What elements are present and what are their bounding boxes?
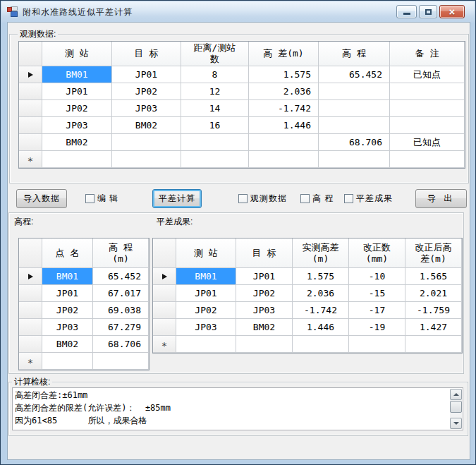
cell[interactable]: 1.575	[249, 66, 319, 83]
cell[interactable]: JP03	[176, 319, 236, 336]
cell[interactable]: JP02	[42, 302, 93, 319]
titlebar[interactable]: 附和水准路线近似平差计算 ×	[1, 1, 475, 23]
column-header[interactable]: 高 差(m)	[249, 42, 319, 66]
cell[interactable]: 68.706	[319, 134, 390, 151]
cell[interactable]: BM01	[42, 268, 93, 285]
cell[interactable]: BM02	[112, 117, 181, 134]
cell[interactable]: 65.452	[319, 66, 390, 83]
cell[interactable]: 69.038	[93, 302, 149, 319]
check-textbox[interactable]: 高差闭合差:±61mm 高差闭合差的限差(允许误差)： ±85mm 因为61<8…	[12, 387, 463, 430]
cell[interactable]: BM02	[42, 336, 93, 353]
row-header[interactable]	[153, 319, 176, 336]
cell[interactable]: 1.427	[405, 319, 462, 336]
cell[interactable]: 16	[181, 117, 249, 134]
cell[interactable]: 已知点	[390, 134, 465, 151]
cell[interactable]: 14	[181, 100, 249, 117]
cell[interactable]	[319, 117, 390, 134]
cell[interactable]	[112, 151, 181, 168]
column-header[interactable]: 高 程 (m)	[93, 238, 149, 268]
column-header[interactable]: 测 站	[42, 42, 112, 66]
row-header[interactable]	[19, 66, 42, 83]
column-header[interactable]: 改正后高 差(m)	[405, 238, 462, 268]
cell[interactable]	[293, 336, 349, 353]
elevation-checkbox-box[interactable]	[300, 194, 310, 203]
edit-checkbox[interactable]: 编 辑	[85, 193, 118, 204]
cell[interactable]: JP01	[112, 66, 181, 83]
cell[interactable]: 67.279	[93, 319, 149, 336]
cell[interactable]	[405, 336, 462, 353]
cell[interactable]	[319, 100, 390, 117]
table-corner[interactable]	[19, 238, 42, 268]
cell[interactable]: 68.706	[93, 336, 149, 353]
cell[interactable]	[181, 151, 249, 168]
edit-checkbox-box[interactable]	[85, 194, 94, 203]
table-corner[interactable]	[19, 42, 42, 66]
scroll-down-button[interactable]	[450, 418, 462, 429]
column-header[interactable]: 测 站	[176, 238, 236, 268]
cell[interactable]: JP02	[112, 83, 181, 100]
cell[interactable]	[93, 353, 149, 370]
cell[interactable]	[42, 353, 93, 370]
row-header[interactable]	[153, 268, 176, 285]
column-header[interactable]: 实测高差 (m)	[293, 238, 349, 268]
maximize-button[interactable]	[419, 5, 437, 18]
row-header[interactable]	[19, 285, 42, 302]
cell[interactable]: 2.036	[293, 285, 349, 302]
row-header[interactable]	[19, 117, 42, 134]
column-header[interactable]: 备 注	[390, 42, 465, 66]
cell[interactable]: -19	[349, 319, 405, 336]
elevation-checkbox[interactable]: 高 程	[300, 193, 334, 204]
scroll-up-button[interactable]	[450, 389, 462, 400]
row-header[interactable]	[19, 268, 42, 285]
cell[interactable]	[390, 100, 465, 117]
cell[interactable]	[390, 117, 465, 134]
cell[interactable]: 2.021	[405, 285, 462, 302]
row-header[interactable]	[19, 319, 42, 336]
cell[interactable]	[390, 83, 465, 100]
adjustment-result-checkbox[interactable]: 平差成果	[344, 193, 393, 204]
obs-data-checkbox[interactable]: 观测数据	[238, 193, 287, 204]
export-button[interactable]: 导 出	[415, 189, 467, 208]
cell[interactable]	[112, 134, 181, 151]
cell[interactable]: JP01	[176, 285, 236, 302]
cell[interactable]: 8	[181, 66, 249, 83]
cell[interactable]: 65.452	[93, 268, 149, 285]
row-header[interactable]: *	[153, 336, 176, 353]
cell[interactable]: JP01	[236, 268, 293, 285]
cell[interactable]: JP01	[42, 285, 93, 302]
cell[interactable]: JP02	[176, 302, 236, 319]
cell[interactable]: -17	[349, 302, 405, 319]
cell[interactable]: 1.446	[249, 117, 319, 134]
cell[interactable]: -15	[349, 285, 405, 302]
cell[interactable]: BM02	[42, 134, 112, 151]
column-header[interactable]: 目 标	[236, 238, 293, 268]
table-corner[interactable]	[153, 238, 176, 268]
cell[interactable]	[181, 134, 249, 151]
obs-data-checkbox-box[interactable]	[238, 194, 248, 203]
cell[interactable]: 1.575	[293, 268, 349, 285]
vertical-scrollbar[interactable]	[450, 389, 462, 429]
cell[interactable]	[236, 336, 293, 353]
row-header[interactable]	[19, 336, 42, 353]
cell[interactable]: -1.742	[249, 100, 319, 117]
cell[interactable]	[319, 151, 390, 168]
cell[interactable]: 2.036	[249, 83, 319, 100]
cell[interactable]	[249, 134, 319, 151]
cell[interactable]: JP03	[42, 117, 112, 134]
cell[interactable]	[319, 83, 390, 100]
row-header[interactable]: *	[19, 151, 42, 168]
row-header[interactable]	[19, 83, 42, 100]
cell[interactable]: 已知点	[390, 66, 465, 83]
cell[interactable]: -1.742	[293, 302, 349, 319]
cell[interactable]: BM01	[176, 268, 236, 285]
adjustment-calc-button[interactable]: 平差计算	[152, 189, 202, 208]
cell[interactable]: JP03	[112, 100, 181, 117]
column-header[interactable]: 高 程	[319, 42, 390, 66]
row-header[interactable]	[19, 100, 42, 117]
cell[interactable]: 12	[181, 83, 249, 100]
minimize-button[interactable]	[396, 5, 417, 18]
column-header[interactable]: 距离/测站 数	[181, 42, 249, 66]
cell[interactable]: -10	[349, 268, 405, 285]
row-header[interactable]	[153, 285, 176, 302]
cell[interactable]	[249, 151, 319, 168]
